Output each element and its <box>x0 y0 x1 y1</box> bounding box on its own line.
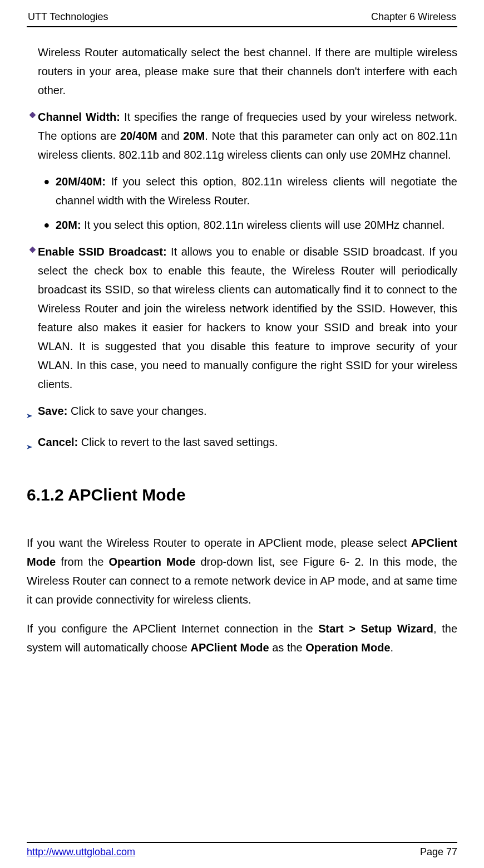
page-footer: http://www.uttglobal.com Page 77 <box>27 842 457 858</box>
footer-row: http://www.uttglobal.com Page 77 <box>27 846 457 858</box>
apclient-paragraph-2: If you configure the APClient Internet c… <box>27 619 457 657</box>
apclient-paragraph-1: If you want the Wireless Router to opera… <box>27 533 457 609</box>
save-text: Save: Click to save your changes. <box>38 401 457 420</box>
channel-width-and: and <box>157 130 184 142</box>
channel-width-opt2: 20M <box>183 130 205 142</box>
sub-bullet-item: ● 20M/40M: If you select this option, 80… <box>38 172 457 210</box>
bullet-channel-width: Channel Width: It specifies the range of… <box>27 107 457 164</box>
svg-marker-0 <box>29 112 36 118</box>
p2-b2: APClient Mode <box>191 641 269 654</box>
p2-t4: . <box>391 641 394 654</box>
diamond-icon <box>27 242 38 253</box>
header-left: UTT Technologies <box>28 11 108 23</box>
arrow-icon <box>27 433 38 456</box>
p2-b3: Operation Mode <box>305 641 390 654</box>
arrow-icon <box>27 401 38 425</box>
sub-bullet-text: 20M/40M: If you select this option, 802.… <box>56 172 457 210</box>
diamond-icon <box>27 107 38 118</box>
sub-desc: It you select this option, 802.11n wirel… <box>81 219 445 231</box>
svg-marker-2 <box>27 414 32 418</box>
bullet-save: Save: Click to save your changes. <box>27 401 457 425</box>
channel-width-text: Channel Width: It specifies the range of… <box>38 107 457 164</box>
footer-rule <box>27 842 457 843</box>
sub-label: 20M/40M: <box>56 175 106 188</box>
p1-t2: from the <box>56 556 108 568</box>
dot-icon: ● <box>38 172 56 191</box>
ssid-text: Enable SSID Broadcast: It allows you to … <box>38 242 457 394</box>
sub-bullet-text: 20M: It you select this option, 802.11n … <box>56 215 457 234</box>
channel-width-opt1: 20/40M <box>120 130 157 142</box>
sub-bullet-list: ● 20M/40M: If you select this option, 80… <box>27 172 457 234</box>
cancel-text: Cancel: Click to revert to the last save… <box>38 433 457 452</box>
page-number: Page 77 <box>420 846 457 858</box>
dot-icon: ● <box>38 215 56 234</box>
page-header: UTT Technologies Chapter 6 Wireless <box>27 11 457 26</box>
p2-b1: Start > Setup Wizard <box>318 622 433 635</box>
channel-width-label: Channel Width: <box>38 111 120 123</box>
ssid-desc: It allows you to enable or disable SSID … <box>38 246 457 390</box>
svg-marker-1 <box>29 247 36 253</box>
header-right: Chapter 6 Wireless <box>371 11 456 23</box>
bullet-ssid: Enable SSID Broadcast: It allows you to … <box>27 242 457 394</box>
bullet-cancel: Cancel: Click to revert to the last save… <box>27 433 457 456</box>
p1-t1: If you want the Wireless Router to opera… <box>27 537 411 549</box>
save-desc: Click to save your changes. <box>67 405 206 417</box>
sub-label: 20M: <box>56 219 81 231</box>
header-rule <box>27 26 457 27</box>
p1-b2: Opeartion Mode <box>109 556 196 568</box>
p2-t1: If you configure the APClient Internet c… <box>27 622 318 635</box>
sub-bullet-item: ● 20M: It you select this option, 802.11… <box>38 215 457 234</box>
save-label: Save: <box>38 405 67 417</box>
content-area: Wireless Router automatically select the… <box>27 43 457 657</box>
svg-marker-3 <box>27 445 32 449</box>
page: UTT Technologies Chapter 6 Wireless Wire… <box>0 0 484 868</box>
footer-link[interactable]: http://www.uttglobal.com <box>27 846 135 858</box>
p2-t3: as the <box>269 641 306 654</box>
ssid-label: Enable SSID Broadcast: <box>38 246 167 258</box>
cancel-label: Cancel: <box>38 436 78 448</box>
cancel-desc: Click to revert to the last saved settin… <box>78 436 278 448</box>
intro-paragraph: Wireless Router automatically select the… <box>27 43 457 100</box>
sub-desc: If you select this option, 802.11n wirel… <box>56 175 457 207</box>
section-heading: 6.1.2 APClient Mode <box>27 480 457 509</box>
